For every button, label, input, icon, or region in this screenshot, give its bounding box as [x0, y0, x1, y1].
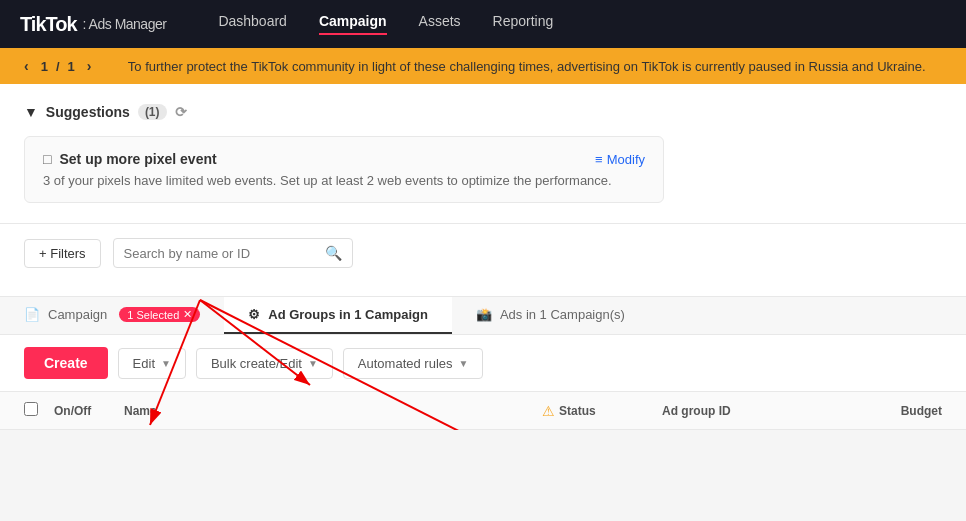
action-row: Create Edit ▼ Bulk create/Edit ▼ Automat…	[0, 335, 966, 392]
col-budget: Budget	[822, 404, 942, 418]
nav-links: Dashboard Campaign Assets Reporting	[218, 13, 553, 35]
tab-campaign-label: Campaign	[48, 307, 107, 322]
col-name: Name	[124, 404, 542, 418]
table-header: On/Off Name ⚠ Status Ad group ID Budget	[0, 392, 966, 430]
tab-ads-label: Ads in 1 Campaign(s)	[500, 307, 625, 322]
announcement-banner: ‹ 1 / 1 › To further protect the TikTok …	[0, 48, 966, 84]
brand-subtitle: : Ads Manager	[83, 16, 167, 32]
modify-icon: ≡	[595, 152, 603, 167]
header-checkbox-cell[interactable]	[24, 402, 54, 419]
status-warning-icon: ⚠	[542, 403, 555, 419]
col-adgroupid: Ad group ID	[662, 404, 822, 418]
tab-ads[interactable]: 📸 Ads in 1 Campaign(s)	[452, 297, 649, 334]
search-box[interactable]: 🔍	[113, 238, 353, 268]
edit-label: Edit	[133, 356, 155, 371]
banner-prev-button[interactable]: ‹	[20, 58, 33, 74]
nav-assets[interactable]: Assets	[419, 13, 461, 35]
modify-label: Modify	[607, 152, 645, 167]
tabs-row: 📄 Campaign 1 Selected ✕ ⚙ Ad Groups in 1…	[0, 297, 966, 335]
col-status-wrap: ⚠ Status	[542, 403, 662, 419]
edit-button[interactable]: Edit ▼	[118, 348, 186, 379]
nav-reporting[interactable]: Reporting	[493, 13, 554, 35]
create-button[interactable]: Create	[24, 347, 108, 379]
toolbar-row: + Filters 🔍	[24, 238, 942, 268]
col-status: Status	[559, 404, 596, 418]
campaign-tab-icon: 📄	[24, 307, 40, 322]
banner-page-current: 1	[41, 59, 48, 74]
brand-name: TikTok	[20, 13, 77, 36]
tab-campaign[interactable]: 📄 Campaign 1 Selected ✕	[0, 297, 224, 334]
pixel-icon: □	[43, 151, 51, 167]
banner-page-total: 1	[68, 59, 75, 74]
suggestions-badge: (1)	[138, 104, 167, 120]
filter-label: + Filters	[39, 246, 86, 261]
bulk-button[interactable]: Bulk create/Edit ▼	[196, 348, 333, 379]
edit-chevron-icon: ▼	[161, 358, 171, 369]
ads-tab-icon: 📸	[476, 307, 492, 322]
banner-separator: /	[56, 59, 60, 74]
filter-button[interactable]: + Filters	[24, 239, 101, 268]
tab-ad-groups[interactable]: ⚙ Ad Groups in 1 Campaign	[224, 297, 452, 334]
auto-chevron-icon: ▼	[459, 358, 469, 369]
search-icon: 🔍	[325, 245, 342, 261]
select-all-checkbox[interactable]	[24, 402, 38, 416]
banner-text: To further protect the TikTok community …	[107, 59, 946, 74]
banner-nav: ‹ 1 / 1 ›	[20, 58, 95, 74]
bulk-label: Bulk create/Edit	[211, 356, 302, 371]
badge-close-icon[interactable]: ✕	[183, 308, 192, 321]
nav-dashboard[interactable]: Dashboard	[218, 13, 287, 35]
tab-adgroups-label: Ad Groups in 1 Campaign	[268, 307, 428, 322]
brand-logo: TikTok : Ads Manager	[20, 13, 166, 36]
suggestions-label: Suggestions	[46, 104, 130, 120]
card-title-row: □ Set up more pixel event ≡ Modify	[43, 151, 645, 167]
col-onoff: On/Off	[54, 404, 124, 418]
collapse-icon: ▼	[24, 104, 38, 120]
search-input[interactable]	[124, 246, 317, 261]
suggestions-section: ▼ Suggestions (1) ⟳ □ Set up more pixel …	[0, 84, 966, 224]
bulk-chevron-icon: ▼	[308, 358, 318, 369]
card-title-text: Set up more pixel event	[59, 151, 216, 167]
refresh-icon[interactable]: ⟳	[175, 104, 187, 120]
nav-bar: TikTok : Ads Manager Dashboard Campaign …	[0, 0, 966, 48]
nav-campaign[interactable]: Campaign	[319, 13, 387, 35]
campaign-selected-badge: 1 Selected ✕	[119, 307, 200, 322]
modify-button[interactable]: ≡ Modify	[595, 152, 645, 167]
automated-label: Automated rules	[358, 356, 453, 371]
card-description: 3 of your pixels have limited web events…	[43, 173, 645, 188]
suggestions-header[interactable]: ▼ Suggestions (1) ⟳	[24, 104, 942, 120]
banner-next-button[interactable]: ›	[83, 58, 96, 74]
suggestion-card: □ Set up more pixel event ≡ Modify 3 of …	[24, 136, 664, 203]
adgroup-tab-icon: ⚙	[248, 307, 260, 322]
toolbar-section: + Filters 🔍	[0, 224, 966, 297]
badge-text: 1 Selected	[127, 309, 179, 321]
automated-rules-button[interactable]: Automated rules ▼	[343, 348, 484, 379]
